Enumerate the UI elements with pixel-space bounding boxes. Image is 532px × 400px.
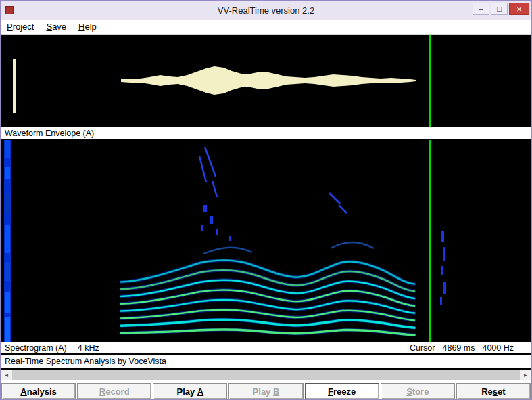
mnemonic: P (7, 22, 13, 32)
menu-bar: Project Save Help (1, 20, 531, 35)
button-label: Play (253, 386, 273, 397)
mnemonic: R (99, 386, 105, 397)
scrollbar-track[interactable] (12, 370, 520, 380)
menu-project[interactable]: Project (1, 20, 40, 34)
button-label: ecord (105, 386, 129, 397)
reset-button[interactable]: Reset (456, 383, 531, 399)
record-button: Record (77, 383, 151, 399)
mnemonic: S (46, 22, 52, 32)
analysis-button[interactable]: Analysis (1, 383, 76, 399)
scroll-right-button[interactable]: ► (520, 370, 531, 380)
waveform-label: Waveform Envelope (A) (5, 129, 94, 138)
menu-label: roject (13, 22, 34, 32)
status-text: Real-Time Spectrum Analysis by VoceVista (5, 357, 166, 366)
cursor-freq: 4000 Hz (482, 343, 514, 353)
scrollbar-thumb[interactable] (12, 370, 520, 380)
play-a-button[interactable]: Play A (153, 383, 227, 399)
button-label: Play (176, 386, 197, 397)
store-button: Store (381, 383, 455, 399)
button-row: Analysis Record Play A Play B Freeze Sto… (1, 383, 531, 399)
window-title: VV-RealTime version 2.2 (1, 5, 531, 16)
button-label: reeze (333, 386, 356, 397)
spectrogram-info-bar: Spectrogram (A) 4 kHz Cursor 4869 ms 400… (1, 342, 531, 353)
mnemonic: s (493, 386, 498, 397)
maximize-button[interactable]: □ (491, 3, 508, 15)
status-bar: Real-Time Spectrum Analysis by VoceVista (1, 355, 531, 368)
mnemonic: A (197, 386, 203, 397)
cursor-time: 4869 ms (442, 343, 475, 353)
spectrogram-label: Spectrogram (A) (5, 343, 67, 353)
mnemonic: H (78, 22, 84, 32)
menu-save[interactable]: Save (40, 20, 72, 34)
waveform-panel[interactable] (1, 35, 531, 127)
mnemonic: S (406, 386, 412, 397)
menu-label: elp (85, 22, 97, 32)
mnemonic: F (328, 386, 333, 397)
title-bar: VV-RealTime version 2.2 – □ × (1, 1, 531, 20)
freq-scale-label: 4 kHz (78, 343, 99, 353)
menu-label: ave (52, 22, 66, 32)
spectrogram-image (1, 140, 531, 342)
app-window: VV-RealTime version 2.2 – □ × Project Sa… (0, 0, 532, 400)
mnemonic: B (273, 386, 279, 397)
caption-buttons: – □ × (473, 1, 531, 20)
cursor-label: Cursor (410, 343, 435, 353)
spectrogram-panel[interactable] (1, 140, 531, 342)
play-b-button: Play B (228, 383, 303, 399)
mnemonic: A (20, 386, 26, 397)
button-label: et (498, 386, 506, 397)
minimize-button[interactable]: – (473, 3, 489, 15)
button-label: tore (412, 386, 429, 397)
scroll-left-button[interactable]: ◄ (1, 370, 12, 380)
waveform-label-bar: Waveform Envelope (A) (1, 127, 531, 139)
close-button[interactable]: × (509, 3, 529, 15)
waveform-image (1, 35, 531, 127)
freeze-button[interactable]: Freeze (305, 383, 379, 399)
button-label: nalysis (27, 386, 57, 397)
menu-help[interactable]: Help (72, 20, 103, 34)
button-label: Re (481, 386, 493, 397)
horizontal-scrollbar[interactable]: ◄ ► (1, 370, 531, 380)
